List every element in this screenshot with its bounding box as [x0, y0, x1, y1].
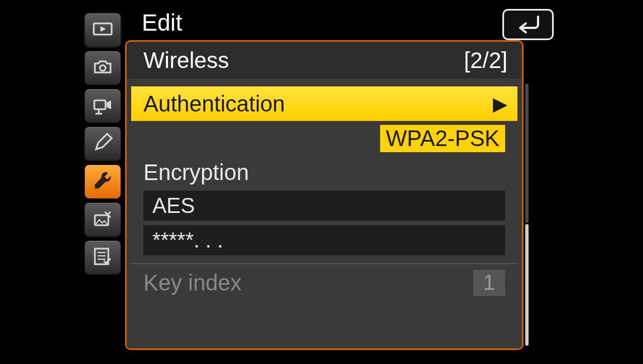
- scrollbar[interactable]: [525, 84, 529, 346]
- page-title-row: Edit: [125, 6, 524, 40]
- encryption-cipher-value: AES: [152, 194, 195, 218]
- back-arrow-icon: [515, 13, 541, 36]
- pencil-icon: [92, 132, 114, 156]
- tab-my-menu[interactable]: [85, 241, 121, 274]
- tab-movie-shooting[interactable]: [85, 89, 121, 123]
- encryption-cipher-field[interactable]: AES: [143, 191, 505, 221]
- chevron-right-icon: ▶: [493, 93, 507, 115]
- list-check-icon: [92, 245, 114, 270]
- key-index-label: Key index: [143, 270, 242, 295]
- encryption-key-value: *****. . .: [152, 229, 223, 253]
- retouch-icon: [92, 207, 114, 232]
- tab-retouch[interactable]: [85, 203, 121, 236]
- authentication-label: Authentication: [143, 91, 285, 117]
- back-button[interactable]: [502, 9, 554, 40]
- wrench-icon: [92, 169, 114, 194]
- tab-custom-settings[interactable]: [85, 127, 121, 161]
- settings-panel: Wireless [2/2] Authentication ▶ WPA2-PSK…: [125, 40, 524, 350]
- panel-section-label: Wireless: [143, 48, 229, 73]
- tab-photo-shooting[interactable]: [85, 51, 121, 85]
- menu-tabstrip: [85, 13, 125, 274]
- authentication-value-row: WPA2-PSK: [131, 121, 517, 156]
- svg-marker-4: [107, 100, 111, 109]
- svg-rect-3: [94, 100, 105, 109]
- tab-playback[interactable]: [85, 13, 121, 47]
- page-title: Edit: [142, 9, 182, 36]
- svg-point-2: [100, 65, 105, 71]
- scrollbar-track-upper: [525, 84, 529, 223]
- authentication-row[interactable]: Authentication ▶: [131, 86, 517, 121]
- playback-icon: [92, 18, 114, 42]
- panel-header: Wireless [2/2]: [127, 42, 522, 79]
- page-indicator: [2/2]: [464, 48, 507, 73]
- panel-body: Authentication ▶ WPA2-PSK Encryption AES…: [127, 79, 522, 348]
- key-index-row: Key index 1: [131, 264, 517, 296]
- camera-menu-screen: Edit Wireless [2/2] Authentication ▶ WPA…: [0, 0, 643, 364]
- tab-setup[interactable]: [85, 165, 121, 198]
- camera-icon: [92, 56, 114, 80]
- scrollbar-thumb[interactable]: [525, 224, 529, 346]
- encryption-label: Encryption: [131, 156, 517, 188]
- key-index-value: 1: [473, 270, 505, 296]
- content-area: Edit Wireless [2/2] Authentication ▶ WPA…: [125, 6, 524, 351]
- svg-marker-1: [100, 26, 106, 32]
- movie-camera-icon: [92, 94, 114, 118]
- authentication-value: WPA2-PSK: [380, 125, 505, 152]
- encryption-key-field[interactable]: *****. . .: [143, 225, 505, 255]
